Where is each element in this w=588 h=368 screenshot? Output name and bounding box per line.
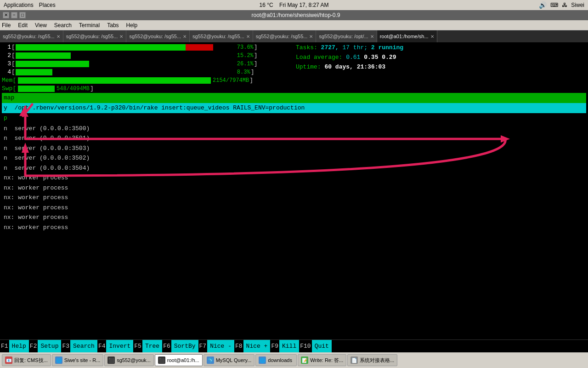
tab-2[interactable]: sg552@youku: /sg55... ✕ [63,30,127,42]
taskbar-item-7[interactable]: 📝 Write: Re: 答... [298,354,346,366]
cpu-row-3: 3 [ 26.1% ] [2,60,287,68]
taskbar-item-2[interactable]: 🌐 Siwe's site - R... [52,354,104,366]
tab-close-4[interactable]: ✕ [246,34,250,39]
tab-4[interactable]: sg552@youku: /sg55... ✕ [190,30,253,42]
fkey-f2[interactable]: F2 Setup [29,340,62,353]
taskbar-item-8[interactable]: 📄 系统对接表格... [347,354,397,366]
close-button[interactable]: ✕ [3,12,9,18]
proc-row-3: n server (0.0.0.0:3502) [2,153,586,163]
cpu-bar-4 [16,69,236,75]
mem-bar [18,77,211,84]
system-info: Tasks: 2727, 17 thr; 2 running Load aver… [287,43,586,93]
cpu-bar-1 [16,44,236,51]
swp-row: Swp[ 548/4094MB ] [2,85,287,93]
fkey-f6[interactable]: F6 SortBy [162,340,198,353]
tab-7[interactable]: root@a01:/home/sh... ✕ [377,30,437,42]
applications-menu[interactable]: Applications [4,2,34,8]
load-line: Load average: 0.61 0.35 0.29 [296,53,586,63]
menu-tabs[interactable]: Tabs [107,22,119,29]
tabs-bar: sg552@youku: /sg55... ✕ sg552@youku: /sg… [0,30,588,42]
tab-close-3[interactable]: ✕ [183,34,187,39]
menu-help[interactable]: Help [126,22,138,29]
cpu-bars: 1 [ 73.6% ] 2 [ 15.2% ] [2,43,287,93]
fkey-f5[interactable]: F5 Tree [133,340,162,353]
taskbar-item-5[interactable]: 🐬 MySQL Query... [204,354,255,366]
tab-close-7[interactable]: ✕ [430,34,434,39]
terminal[interactable]: 1 [ 73.6% ] 2 [ 15.2% ] [0,42,588,332]
proc-row-2: n server (0.0.0.0:3503) [2,144,586,154]
menu-search[interactable]: Search [54,22,72,29]
datetime: Fri May 17, 8:27 AM [279,2,328,8]
menu-edit[interactable]: Edit [18,22,28,29]
fkey-f4[interactable]: F4 Invert [97,340,133,353]
tab-5[interactable]: sg552@youku: /sg55... ✕ [253,30,317,42]
mem-row: Mem[ 2154/7974MB ] [2,76,287,85]
menu-terminal[interactable]: Terminal [79,22,100,29]
proc-row-7: nx: worker process [2,193,586,203]
taskbar: 📧 回复: CMS技... 🌐 Siwe's site - R... ⬛ sg5… [0,352,588,368]
proc-row-10: nx: worker process [2,223,586,233]
fkey-f1[interactable]: F1 Help [0,340,29,353]
fkey-f3[interactable]: F3 Search [61,340,97,353]
cpu-bar-3 [16,61,236,67]
cpu-row-4: 4 [ 8.3% ] [2,68,287,76]
taskbar-item-1[interactable]: 📧 回复: CMS技... [2,354,51,366]
cpu-row-2: 2 [ 15.2% ] [2,52,287,60]
proc-row-4: n server (0.0.0.0:3504) [2,163,586,173]
proc-row-8: nx: worker process [2,203,586,213]
maximize-button[interactable]: □ [19,12,26,18]
taskbar-item-6[interactable]: 🌐 downloads [255,354,297,366]
taskbar-item-3[interactable]: ⬛ sg552@youk... [104,354,154,366]
user-label: Siwei [571,2,584,8]
swp-bar [18,86,55,92]
uptime-line: Uptime: 60 days, 21:36:03 [296,63,586,72]
marked-process-row: p [2,113,586,123]
fkey-f9[interactable]: F9 Kill [270,340,299,353]
tasks-line: Tasks: 2727, 17 thr; 2 running [296,43,586,53]
temperature: 16 °C [260,2,273,8]
cpu-row-1: 1 [ 73.6% ] [2,43,287,52]
stats-section: 1 [ 73.6% ] 2 [ 15.2% ] [2,43,586,93]
tab-1[interactable]: sg552@youku: /sg55... ✕ [0,30,63,42]
tab-close-1[interactable]: ✕ [57,34,60,39]
proc-row-0: n server (0.0.0.0:3500) [2,124,586,134]
network-icon: 🖧 [562,2,567,8]
fkey-bar: F1 Help F2 Setup F3 Search F4 Invert F5 … [0,339,588,352]
cpu-bar-2 [16,52,236,59]
minimize-button[interactable]: − [11,12,17,18]
menu-file[interactable]: File [2,22,11,29]
tab-close-2[interactable]: ✕ [119,34,123,39]
tab-3[interactable]: sg552@youku: /sg55... ✕ [126,30,190,42]
proc-header: map [2,93,586,103]
fkey-f7[interactable]: F7 Nice - [198,340,234,353]
tab-close-5[interactable]: ✕ [309,34,313,39]
tab-6[interactable]: sg552@youku: /opt/... ✕ [316,30,377,42]
proc-row-5: nx: worker process [2,173,586,183]
fkey-f10[interactable]: F10 Quit [299,340,332,353]
proc-row-9: nx: worker process [2,213,586,223]
selected-process-row[interactable]: y /opt/.rbenv/versions/1.9.2-p320/bin/ra… [2,103,586,113]
fkey-f8[interactable]: F8 Nice + [234,340,270,353]
volume-icon[interactable]: 🔊 [539,1,547,9]
system-bar: Applications Places 16 °C Fri May 17, 8:… [0,0,588,10]
title-bar: ✕ − □ root@a01:/home/shensiwei/htop-0.9 [0,10,588,20]
keyboard-icon: ⌨ [550,2,558,8]
taskbar-item-4[interactable]: ⬛ root@a01:/h... [155,354,203,366]
proc-row-1: n server (0.0.0.0:3501) [2,133,586,144]
window-title: root@a01:/home/shensiwei/htop-0.9 [252,12,340,18]
tab-close-6[interactable]: ✕ [370,34,374,39]
menu-view[interactable]: View [35,22,47,29]
menu-bar: File Edit View Search Terminal Tabs Help [0,20,588,30]
proc-row-6: nx: worker process [2,183,586,193]
places-menu[interactable]: Places [39,2,56,8]
